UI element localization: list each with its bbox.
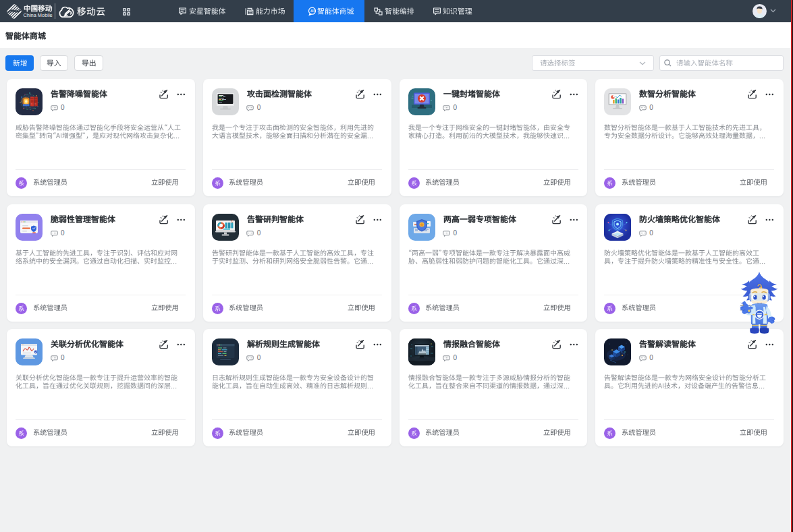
- svg-text:AI: AI: [310, 9, 315, 13]
